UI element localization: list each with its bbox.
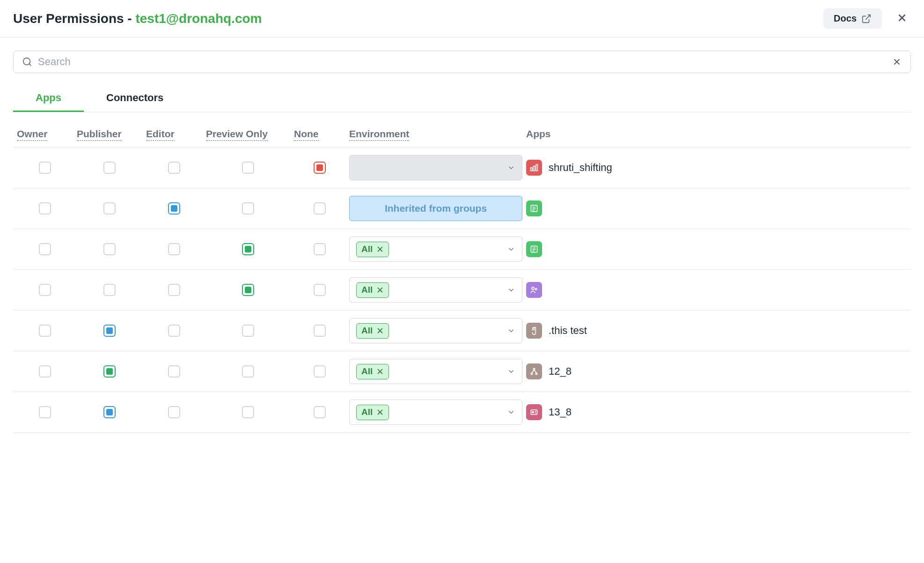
permission-checkbox[interactable] [314, 162, 326, 174]
app-icon [526, 404, 542, 420]
remove-tag-icon[interactable]: ✕ [376, 244, 384, 255]
permission-checkbox[interactable] [103, 406, 116, 418]
cell-none [294, 325, 345, 337]
page-title: User Permissions - test1@dronahq.com [13, 11, 262, 26]
environment-select[interactable]: All ✕ [349, 237, 522, 262]
cell-none [294, 243, 345, 255]
permission-checkbox[interactable] [242, 365, 254, 378]
table-row: Inherited from groups [13, 188, 911, 229]
permission-checkbox[interactable] [39, 325, 51, 337]
user-email: test1@dronahq.com [135, 11, 262, 26]
cell-publisher [77, 325, 142, 337]
content-area: Apps Connectors Owner Publisher Editor P… [0, 37, 924, 446]
search-input[interactable] [38, 56, 886, 68]
cell-environment [349, 155, 522, 180]
remove-tag-icon[interactable]: ✕ [376, 407, 384, 418]
permission-checkbox[interactable] [242, 406, 254, 418]
docs-button[interactable]: Docs [823, 8, 882, 29]
cell-none [294, 162, 345, 174]
permission-checkbox[interactable] [103, 365, 116, 378]
col-owner[interactable]: Owner [17, 128, 47, 141]
chevron-down-icon [507, 286, 515, 294]
tab-connectors[interactable]: Connectors [84, 85, 186, 112]
cell-environment: Inherited from groups [349, 196, 522, 221]
svg-point-18 [532, 287, 534, 289]
cell-editor [146, 406, 202, 418]
table-body: shruti_shiftingInherited from groupsAll … [13, 148, 911, 433]
cell-editor [146, 243, 202, 255]
permission-checkbox[interactable] [103, 162, 116, 174]
permission-checkbox[interactable] [168, 325, 180, 337]
permission-checkbox[interactable] [39, 243, 51, 255]
permission-checkbox[interactable] [314, 365, 326, 378]
permission-checkbox[interactable] [103, 243, 116, 255]
cell-publisher [77, 202, 142, 215]
permissions-table: Owner Publisher Editor Preview Only None… [13, 128, 911, 433]
cell-none [294, 406, 345, 418]
cell-none [294, 202, 345, 215]
clear-search-icon[interactable] [892, 57, 902, 67]
tab-apps[interactable]: Apps [13, 85, 84, 112]
permission-checkbox[interactable] [168, 243, 180, 255]
permission-checkbox[interactable] [39, 202, 51, 215]
environment-select[interactable]: All ✕ [349, 400, 522, 425]
permission-checkbox[interactable] [314, 325, 326, 337]
permission-checkbox[interactable] [242, 162, 254, 174]
cell-app: 12_8 [526, 363, 907, 379]
docs-label: Docs [834, 13, 857, 24]
permission-checkbox[interactable] [242, 325, 254, 337]
app-name: 13_8 [549, 406, 572, 418]
remove-tag-icon[interactable]: ✕ [376, 326, 384, 336]
svg-point-21 [531, 373, 532, 374]
permission-checkbox[interactable] [314, 243, 326, 255]
permission-checkbox[interactable] [168, 202, 180, 215]
permission-checkbox[interactable] [314, 406, 326, 418]
permission-checkbox[interactable] [103, 284, 116, 296]
search-bar[interactable] [13, 51, 911, 73]
cell-publisher [77, 243, 142, 255]
remove-tag-icon[interactable]: ✕ [376, 285, 384, 296]
tab-bar: Apps Connectors [13, 85, 911, 112]
permission-checkbox[interactable] [168, 162, 180, 174]
title-prefix: User Permissions - [13, 11, 135, 26]
cell-editor [146, 365, 202, 378]
permission-checkbox[interactable] [314, 284, 326, 296]
svg-point-26 [532, 411, 534, 413]
close-icon [896, 12, 908, 24]
env-tag: All ✕ [356, 364, 389, 379]
permission-checkbox[interactable] [103, 202, 116, 215]
cell-owner [17, 284, 73, 296]
cell-preview [206, 284, 290, 296]
col-editor[interactable]: Editor [146, 128, 175, 141]
permission-checkbox[interactable] [168, 406, 180, 418]
permission-checkbox[interactable] [242, 202, 254, 215]
permission-checkbox[interactable] [103, 325, 116, 337]
permission-checkbox[interactable] [39, 406, 51, 418]
col-environment[interactable]: Environment [349, 128, 409, 141]
environment-select[interactable]: All ✕ [349, 277, 522, 303]
environment-select[interactable]: All ✕ [349, 318, 522, 343]
svg-point-20 [533, 368, 535, 370]
permission-checkbox[interactable] [39, 162, 51, 174]
page-header: User Permissions - test1@dronahq.com Doc… [0, 0, 924, 37]
col-none[interactable]: None [294, 128, 319, 141]
col-apps: Apps [526, 128, 551, 140]
permission-checkbox[interactable] [39, 365, 51, 378]
search-icon [22, 57, 32, 67]
col-preview[interactable]: Preview Only [206, 128, 268, 141]
col-publisher[interactable]: Publisher [77, 128, 122, 141]
cell-app: 13_8 [526, 404, 907, 420]
permission-checkbox[interactable] [242, 243, 254, 255]
remove-tag-icon[interactable]: ✕ [376, 366, 384, 377]
table-row: All ✕.this test [13, 311, 911, 351]
header-actions: Docs [823, 8, 911, 29]
permission-checkbox[interactable] [242, 284, 254, 296]
chevron-down-icon [507, 163, 515, 172]
permission-checkbox[interactable] [39, 284, 51, 296]
cell-environment: All ✕ [349, 277, 522, 303]
permission-checkbox[interactable] [314, 202, 326, 215]
environment-select[interactable]: All ✕ [349, 359, 522, 384]
close-button[interactable] [893, 9, 911, 28]
permission-checkbox[interactable] [168, 365, 180, 378]
permission-checkbox[interactable] [168, 284, 180, 296]
